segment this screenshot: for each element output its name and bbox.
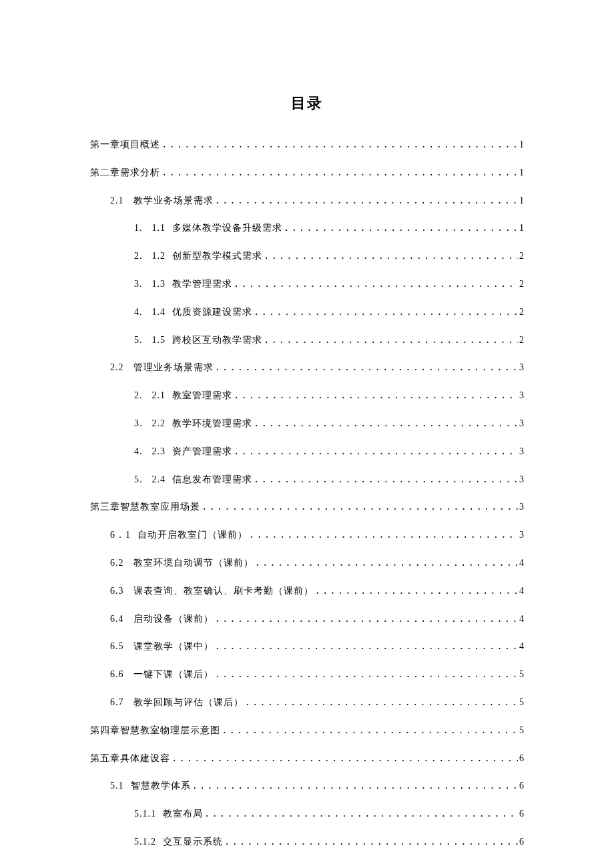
toc-title: 目录 (90, 93, 524, 113)
toc-entry-label: 第二章需求分析 (90, 167, 160, 179)
toc-entry-label: 6.6一键下课（课后） (110, 669, 214, 681)
toc-leader-dots (254, 474, 518, 485)
toc-leader-dots (255, 557, 519, 568)
toc-entry: 6.7教学回顾与评估（课后）5 (90, 697, 524, 709)
toc-entry-page: 1 (519, 195, 524, 207)
toc-entry-label: 1.1.1多媒体教学设备升级需求 (134, 223, 282, 234)
toc-leader-dots (172, 753, 518, 764)
toc-entry-label: 3.1.3教学管理需求 (134, 279, 232, 290)
toc-entry-page: 4 (519, 586, 524, 597)
toc-entry: 6.2教室环境自动调节（课前）4 (90, 557, 524, 569)
toc-entry-page: 3 (519, 362, 524, 374)
toc-entry-page: 3 (519, 390, 524, 402)
toc-leader-dots (264, 334, 518, 346)
toc-entry-label: 5.1.5跨校区互动教学需求 (134, 335, 262, 346)
toc-entry: 6.6一键下课（课后）5 (90, 669, 524, 681)
toc-entry: 6．1自动开启教室门（课前）3 (90, 529, 524, 541)
toc-leader-dots (215, 613, 519, 624)
toc-entry-page: 4 (519, 614, 524, 625)
toc-entry-page: 1 (519, 139, 524, 151)
toc-leader-dots (162, 167, 518, 178)
toc-entry: 4.1.4优质资源建设需求2 (90, 306, 524, 318)
toc-entry-page: 2 (519, 251, 524, 262)
toc-entry-label: 6.5课堂教学（课中） (110, 641, 214, 653)
toc-entry-label: 4.1.4优质资源建设需求 (134, 307, 252, 318)
toc-entry-label: 5.1.2交互显示系统 (134, 837, 223, 848)
toc-leader-dots (284, 222, 518, 234)
toc-leader-dots (204, 808, 518, 819)
toc-leader-dots (222, 725, 518, 736)
toc-entry: 6.3课表查询、教室确认、刷卡考勤（课前）4 (90, 585, 524, 597)
toc-entry-page: 3 (519, 530, 524, 541)
toc-entry-label: 6.7教学回顾与评估（课后） (110, 697, 244, 709)
toc-entry-page: 6 (519, 781, 524, 792)
toc-leader-dots (202, 501, 518, 512)
toc-entry-page: 4 (519, 641, 524, 653)
toc-leader-dots (192, 780, 519, 791)
toc-entry-page: 3 (519, 446, 524, 458)
toc-entry-page: 2 (519, 335, 524, 346)
toc-entry-label: 6.4启动设备（课前） (110, 614, 214, 625)
toc-entry: 4.2.3资产管理需求3 (90, 446, 524, 458)
toc-leader-dots (234, 390, 518, 401)
toc-entry-page: 1 (519, 167, 524, 179)
toc-entry-label: 5.2.4信息发布管理需求 (134, 474, 252, 486)
toc-entry-page: 2 (519, 307, 524, 318)
toc-entry-label: 第一章项目概述 (90, 139, 160, 151)
toc-entry-page: 4 (519, 558, 524, 569)
toc-entry: 2.2.1教室管理需求3 (90, 390, 524, 402)
toc-entry: 第二章需求分析1 (90, 167, 524, 179)
toc-leader-dots (254, 418, 518, 429)
toc-entry-label: 5.1智慧教学体系 (110, 781, 191, 792)
toc-entry: 6.4启动设备（课前）4 (90, 613, 524, 625)
toc-leader-dots (264, 250, 518, 262)
toc-entry: 第三章智慧教室应用场景3 (90, 501, 524, 513)
toc-entry: 5.1.2交互显示系统6 (90, 836, 524, 848)
toc-leader-dots (215, 669, 519, 680)
toc-entry-page: 6 (519, 753, 524, 765)
toc-leader-dots (162, 139, 518, 150)
toc-entry-page: 5 (519, 725, 524, 737)
toc-entry-page: 6 (519, 809, 524, 820)
toc-entry-page: 5 (519, 669, 524, 681)
toc-entry-label: 4.2.3资产管理需求 (134, 446, 232, 458)
toc-leader-dots (234, 278, 518, 290)
toc-entry-page: 5 (519, 697, 524, 709)
toc-entry-label: 第四章智慧教室物理层示意图 (90, 725, 220, 737)
toc-leader-dots (224, 836, 518, 847)
toc-entry-page: 1 (519, 223, 524, 234)
toc-entry: 2.1.2创新型教学模式需求2 (90, 250, 524, 262)
document-page: 目录 第一章项目概述1第二章需求分析12.1教学业务场景需求11.1.1多媒体教… (0, 0, 614, 848)
toc-entry-page: 2 (519, 279, 524, 290)
toc-entry: 5.2.4信息发布管理需求3 (90, 474, 524, 486)
toc-leader-dots (234, 446, 518, 457)
toc-entry: 第五章具体建设容6 (90, 753, 524, 765)
toc-entry-label: 6.3课表查询、教室确认、刷卡考勤（课前） (110, 586, 314, 597)
toc-entry-label: 6．1自动开启教室门（课前） (110, 530, 248, 541)
toc-list: 第一章项目概述1第二章需求分析12.1教学业务场景需求11.1.1多媒体教学设备… (90, 139, 524, 848)
toc-entry: 2.2管理业务场景需求3 (90, 362, 524, 374)
toc-leader-dots (254, 306, 518, 318)
toc-leader-dots (245, 697, 519, 708)
toc-entry: 第一章项目概述1 (90, 139, 524, 151)
toc-entry-label: 6.2教室环境自动调节（课前） (110, 558, 254, 569)
toc-leader-dots (215, 195, 519, 206)
toc-entry-label: 2.2管理业务场景需求 (110, 362, 214, 374)
toc-entry-page: 3 (519, 502, 524, 513)
toc-entry: 第四章智慧教室物理层示意图5 (90, 725, 524, 737)
toc-entry-label: 5.1.1教室布局 (134, 809, 203, 820)
toc-entry: 6.5课堂教学（课中）4 (90, 640, 524, 653)
toc-leader-dots (215, 640, 519, 652)
toc-entry-label: 3.2.2教学环境管理需求 (134, 418, 252, 430)
toc-entry-label: 2.2.1教室管理需求 (134, 390, 232, 402)
toc-entry-label: 2.1.2创新型教学模式需求 (134, 251, 262, 262)
toc-entry-label: 第五章具体建设容 (90, 753, 170, 765)
toc-entry: 3.2.2教学环境管理需求3 (90, 418, 524, 430)
toc-leader-dots (249, 529, 518, 540)
toc-entry-page: 6 (519, 837, 524, 848)
toc-entry: 2.1教学业务场景需求1 (90, 195, 524, 207)
toc-entry: 3.1.3教学管理需求2 (90, 278, 524, 290)
toc-entry-page: 3 (519, 418, 524, 430)
toc-entry-page: 3 (519, 474, 524, 486)
toc-entry: 5.1.5跨校区互动教学需求2 (90, 334, 524, 346)
